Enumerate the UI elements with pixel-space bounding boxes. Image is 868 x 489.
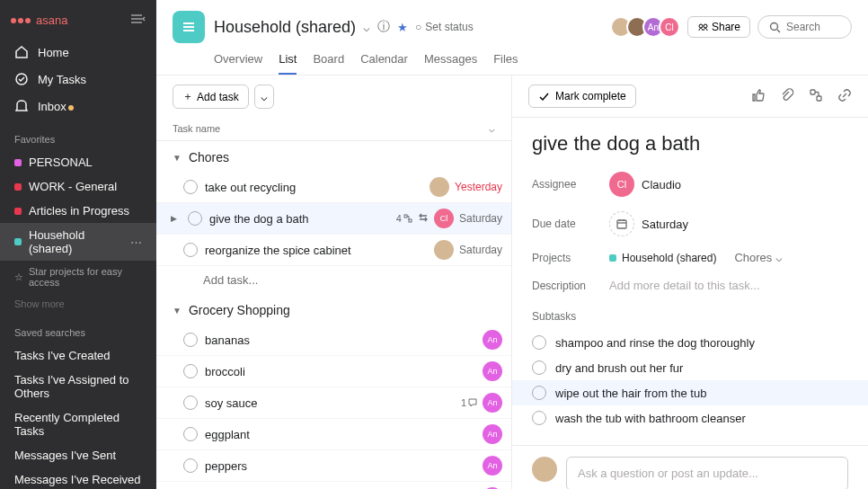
- subtask-count: 4: [396, 213, 412, 224]
- saved-search-item[interactable]: Messages I've Sent: [0, 443, 156, 467]
- inbox-icon: [14, 99, 29, 113]
- attachment-icon[interactable]: [780, 88, 794, 105]
- task-name: soy sauce: [205, 396, 454, 410]
- star-icon[interactable]: ★: [397, 21, 408, 34]
- more-icon[interactable]: ⋯: [130, 236, 142, 249]
- tab-board[interactable]: Board: [313, 52, 344, 75]
- tab-messages[interactable]: Messages: [424, 52, 477, 75]
- collapse-sidebar-icon[interactable]: [129, 13, 146, 28]
- project-section-dropdown[interactable]: Chores ⌵: [734, 251, 783, 264]
- tab-calendar[interactable]: Calendar: [360, 52, 408, 75]
- task-row[interactable]: bananasAn: [156, 325, 511, 356]
- saved-search-item[interactable]: Tasks I've Assigned to Others: [0, 368, 156, 405]
- link-icon[interactable]: [837, 88, 852, 105]
- project-members[interactable]: AnCl: [616, 16, 680, 38]
- add-task-inline[interactable]: Add task...: [156, 266, 511, 294]
- add-task-button[interactable]: ＋ Add task: [173, 84, 249, 109]
- comment-input[interactable]: Ask a question or post an update...: [566, 457, 848, 489]
- subtask-name: shampoo and rinse the dog thoroughly: [555, 336, 755, 350]
- task-due-date: Saturday: [459, 212, 502, 225]
- subtask-icon[interactable]: [809, 88, 823, 105]
- task-assignee-avatar[interactable]: An: [483, 456, 502, 476]
- task-row[interactable]: take out recyclingYesterday: [156, 172, 511, 203]
- section-caret-icon: ▼: [173, 306, 182, 316]
- mark-complete-button[interactable]: Mark complete: [528, 84, 636, 108]
- saved-search-item[interactable]: Tasks I've Created: [0, 343, 156, 368]
- move-icon[interactable]: [418, 212, 429, 226]
- complete-checkbox[interactable]: [532, 411, 546, 425]
- nav-home[interactable]: Home: [0, 39, 156, 66]
- task-row[interactable]: soy sauce1 An: [156, 387, 511, 419]
- task-assignee-avatar[interactable]: [434, 240, 454, 260]
- search-input[interactable]: [786, 21, 840, 33]
- saved-search-item[interactable]: Recently Completed Tasks: [0, 405, 156, 443]
- section-header[interactable]: ▼Chores: [156, 141, 511, 172]
- tab-overview[interactable]: Overview: [214, 52, 262, 75]
- task-row[interactable]: broccoliAn: [156, 356, 511, 387]
- complete-checkbox[interactable]: [188, 211, 202, 226]
- search-box[interactable]: [757, 15, 852, 39]
- chevron-down-icon[interactable]: ⌵: [363, 21, 370, 34]
- task-assignee-avatar[interactable]: Cl: [434, 209, 454, 228]
- task-title[interactable]: give the dog a bath: [532, 132, 848, 156]
- task-row[interactable]: eggplantAn: [156, 419, 511, 450]
- favorite-item[interactable]: WORK - General: [0, 174, 156, 199]
- complete-checkbox[interactable]: [183, 243, 198, 257]
- task-name: give the dog a bath: [209, 212, 389, 226]
- nav-my-tasks[interactable]: My Tasks: [0, 66, 156, 93]
- complete-checkbox[interactable]: [532, 360, 546, 375]
- subtask-row[interactable]: wipe out the hair from the tub: [512, 380, 868, 405]
- complete-checkbox[interactable]: [183, 180, 198, 194]
- task-assignee-avatar[interactable]: An: [483, 330, 502, 350]
- show-more[interactable]: Show more: [0, 293, 156, 315]
- complete-checkbox[interactable]: [183, 364, 198, 378]
- tab-files[interactable]: Files: [493, 52, 518, 75]
- task-row[interactable]: reorganize the spice cabinetSaturday: [156, 235, 511, 266]
- section-caret-icon: ▼: [173, 153, 182, 163]
- info-icon[interactable]: ⓘ: [377, 19, 390, 35]
- project-icon[interactable]: [173, 11, 205, 43]
- add-task-dropdown[interactable]: ⌵: [254, 84, 274, 109]
- task-assignee-avatar[interactable]: An: [483, 361, 502, 381]
- section-header[interactable]: ▼Grocery Shopping: [156, 294, 511, 325]
- complete-checkbox[interactable]: [532, 335, 546, 350]
- svg-point-9: [771, 22, 778, 30]
- project-title[interactable]: Household (shared): [214, 18, 356, 37]
- svg-rect-11: [404, 215, 407, 218]
- like-icon[interactable]: [751, 88, 766, 105]
- favorite-item[interactable]: Articles in Progress: [0, 199, 156, 223]
- subtask-row[interactable]: wash the tub with bathroom cleanser: [532, 405, 848, 431]
- asana-logo[interactable]: asana: [11, 13, 67, 27]
- task-name: peppers: [205, 459, 475, 473]
- task-assignee-avatar[interactable]: An: [483, 424, 502, 444]
- complete-checkbox[interactable]: [183, 458, 198, 473]
- project-tag[interactable]: Household (shared): [609, 252, 716, 264]
- set-status-button[interactable]: ○ Set status: [415, 21, 474, 33]
- saved-search-item[interactable]: Messages I've Received: [0, 467, 156, 489]
- complete-checkbox[interactable]: [183, 333, 198, 347]
- description-field[interactable]: Add more detail to this task...: [609, 279, 760, 292]
- subtask-row[interactable]: dry and brush out her fur: [532, 355, 848, 380]
- complete-checkbox[interactable]: [183, 427, 198, 441]
- share-button[interactable]: Share: [687, 16, 750, 38]
- favorites-header: Favorites: [0, 121, 156, 150]
- favorite-item[interactable]: PERSONAL: [0, 150, 156, 174]
- column-menu-icon[interactable]: ⌵: [489, 123, 495, 135]
- task-row[interactable]: ▶give the dog a bath4 ClSaturday: [156, 203, 511, 235]
- expand-icon[interactable]: ▶: [171, 214, 177, 223]
- due-date-field[interactable]: Saturday: [609, 211, 688, 236]
- user-avatar: [532, 457, 557, 482]
- complete-checkbox[interactable]: [532, 386, 546, 400]
- favorite-item[interactable]: Household (shared)⋯: [0, 223, 156, 261]
- member-avatar[interactable]: Cl: [659, 16, 680, 38]
- task-assignee-avatar[interactable]: [430, 177, 449, 197]
- task-row[interactable]: ciabattaAn: [156, 482, 511, 489]
- column-task-name: Task name: [173, 123, 220, 135]
- task-row[interactable]: peppersAn: [156, 450, 511, 482]
- assignee-field[interactable]: Cl Claudio: [609, 172, 681, 197]
- nav-inbox[interactable]: Inbox: [0, 93, 156, 120]
- complete-checkbox[interactable]: [183, 396, 198, 410]
- task-assignee-avatar[interactable]: An: [483, 393, 502, 413]
- subtask-row[interactable]: shampoo and rinse the dog thoroughly: [532, 330, 848, 355]
- tab-list[interactable]: List: [279, 52, 297, 75]
